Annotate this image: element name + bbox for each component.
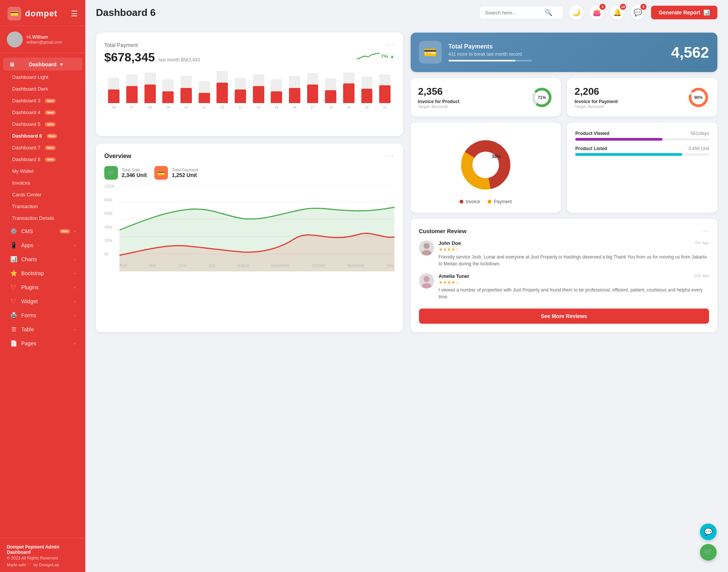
sidebar-item-dashboard-7[interactable]: Dashboard 7 New xyxy=(0,142,85,154)
product-listed-label: Product Listed xyxy=(575,146,607,151)
sidebar-item-dashboard-8[interactable]: Dashboard 8 New xyxy=(0,154,85,165)
sidebar-item-dashboard-4[interactable]: Dashboard 4 New xyxy=(0,107,85,118)
sidebar-item-table[interactable]: ☰ Table › xyxy=(3,323,82,336)
invoice-dot xyxy=(460,200,463,204)
sidebar-item-charts[interactable]: 📊 Charts › xyxy=(3,252,82,266)
tp-amount: $678,345 xyxy=(104,50,155,64)
total-payment-menu[interactable]: ··· xyxy=(386,41,394,49)
chat-badge: 5 xyxy=(640,4,646,10)
bar-chart-area: 06070809101112131415161718192021 xyxy=(104,69,395,109)
overview-title: Overview xyxy=(104,153,131,160)
float-cart-button[interactable]: 🛒 xyxy=(700,544,717,561)
bar-item xyxy=(106,69,122,103)
bar-item xyxy=(142,69,158,103)
sidebar-item-dashboard-dark[interactable]: Dashboard Dark xyxy=(0,83,85,95)
sidebar-item-pages[interactable]: 📄 Pages › xyxy=(3,337,82,350)
sidebar-item-dashboard-6[interactable]: Dashboard 6 New xyxy=(0,130,85,142)
widget-arrow-icon: › xyxy=(74,299,75,304)
wallet-icon-btn[interactable]: 👛 2 xyxy=(590,5,604,20)
svg-point-12 xyxy=(422,250,431,255)
bar-chart-icon: 📊 xyxy=(703,9,710,16)
widget-icon: ❤️ xyxy=(10,298,17,305)
total-sale-value: 2,346 Unit xyxy=(122,172,147,178)
banner-label: Total Payments xyxy=(449,43,664,50)
logo-icon: 💳 xyxy=(8,7,21,20)
total-payment-stat-icon: 💳 xyxy=(154,166,168,180)
forms-icon: 🖨️ xyxy=(10,312,17,319)
svg-text:38%: 38% xyxy=(492,154,501,159)
sidebar-item-dashboard-3[interactable]: Dashboard 3 New xyxy=(0,95,85,107)
bar-item xyxy=(250,69,267,103)
search-bar[interactable]: 🔍 xyxy=(480,6,563,19)
sidebar-item-bootstrap[interactable]: ⭐ Bootstrap › xyxy=(3,266,82,280)
theme-toggle[interactable]: 🌙 xyxy=(569,5,584,20)
float-support-button[interactable]: 💬 xyxy=(700,523,717,540)
sidebar-item-cards-center[interactable]: Cards Center xyxy=(0,189,85,201)
invoice-product-donut: 71% xyxy=(530,86,553,109)
pie-product-row: 62% 38% Invoice Payment xyxy=(411,122,718,213)
sidebar-item-dashboard-light[interactable]: Dashboard Light xyxy=(0,71,85,83)
sidebar-item-forms[interactable]: 🖨️ Forms › xyxy=(3,309,82,322)
invoice-product-info: 2,356 Invoice for Product Target 3k/mont… xyxy=(418,86,526,109)
header: Dashboard 6 🔍 🌙 👛 2 🔔 12 💬 5 Generate Re… xyxy=(85,0,728,25)
sidebar-item-invoices[interactable]: Invoices xyxy=(0,177,85,189)
sidebar-item-widget[interactable]: ❤️ Widget › xyxy=(3,295,82,308)
svg-text:62%: 62% xyxy=(474,161,484,167)
overview-menu[interactable]: ··· xyxy=(386,152,394,160)
chat-btn[interactable]: 💬 5 xyxy=(631,5,645,20)
total-payment-stat: 💳 Total Payment 1,252 Unit xyxy=(154,166,198,180)
sidebar-item-cms[interactable]: ⚙️ CMS New › xyxy=(3,224,82,238)
table-arrow-icon: › xyxy=(74,327,75,332)
product-listed-fill xyxy=(575,153,682,156)
review-text-1: Friendly service Josh, Lunar and everyon… xyxy=(439,254,709,267)
cms-icon: ⚙️ xyxy=(10,228,17,235)
reviewer-avatar-1 xyxy=(419,240,434,255)
sidebar: 💳 dompet ☰ Hi,William william@gmail.com … xyxy=(0,0,85,572)
bar-item xyxy=(287,69,303,103)
sidebar-item-apps[interactable]: 📱 Apps › xyxy=(3,238,82,252)
bar-item xyxy=(124,69,140,103)
bar-labels: 06070809101112131415161718192021 xyxy=(106,105,393,109)
svg-point-13 xyxy=(424,276,430,282)
sidebar-item-my-wallet[interactable]: My Wallet xyxy=(0,165,85,177)
reviewer-stars-1: ★★★★☆ xyxy=(439,247,709,252)
reviewer-time-2: 10h ago xyxy=(694,273,709,280)
plugins-arrow-icon: › xyxy=(74,285,75,290)
review-item-2: Amelia Tuner 10h ago ★★★★☆ I viewed a nu… xyxy=(419,273,709,300)
review-menu[interactable]: ··· xyxy=(701,227,709,235)
bar-item xyxy=(304,69,321,103)
total-payment-stat-label: Total Payment xyxy=(172,168,198,172)
sidebar-item-transaction-details[interactable]: Transaction Details xyxy=(0,212,85,224)
search-input[interactable] xyxy=(485,10,542,16)
generate-report-button[interactable]: Generate Report 📊 xyxy=(651,6,717,19)
sidebar-item-transaction[interactable]: Transaction xyxy=(0,201,85,212)
user-email: william@gmail.com xyxy=(27,40,62,44)
sidebar-footer: Dompet Payment Admin Dashboard © 2023 Al… xyxy=(0,538,85,572)
invoice-payment-target: Target 3k/month xyxy=(574,104,682,109)
charts-arrow-icon: › xyxy=(74,257,75,262)
hamburger-icon[interactable]: ☰ xyxy=(71,9,78,18)
sidebar-logo[interactable]: 💳 dompet ☰ xyxy=(0,0,85,26)
moon-icon: 🌙 xyxy=(572,8,581,17)
tp-meta: last month $563,443 xyxy=(158,57,200,63)
total-payment-stat-value: 1,252 Unit xyxy=(172,172,198,178)
bar-chart xyxy=(106,69,393,103)
total-payment-header: Total Payment ··· xyxy=(104,41,395,49)
review-title: Customer Review xyxy=(419,228,467,234)
total-payment-title: Total Payment xyxy=(104,42,138,48)
dashboard-section[interactable]: ⊞ Dashboard ▾ xyxy=(3,58,82,71)
see-more-reviews-button[interactable]: See More Reviews xyxy=(419,309,709,324)
banner-progress-bar xyxy=(449,60,532,61)
svg-point-14 xyxy=(422,283,431,288)
notification-btn[interactable]: 🔔 12 xyxy=(610,5,624,20)
review-item-1: John Doe 5m ago ★★★★☆ Friendly service J… xyxy=(419,240,709,267)
sidebar-navigation: ⊞ Dashboard ▾ Dashboard Light Dashboard … xyxy=(0,53,85,538)
banner-info: Total Payments 431 more to break last mo… xyxy=(449,43,664,61)
total-sale-label: Total Sale xyxy=(122,168,147,172)
logo-text: dompet xyxy=(25,9,57,19)
product-viewed-top: Product Viewed 561/days xyxy=(575,131,709,136)
product-listed-row: Product Listed 3,456 Unit xyxy=(575,146,709,156)
sidebar-item-dashboard-5[interactable]: Dashboard 5 New xyxy=(0,118,85,130)
review-text-2: I viewed a number of properties with Jus… xyxy=(439,287,709,300)
sidebar-item-plugins[interactable]: ❤️ Plugins › xyxy=(3,281,82,294)
